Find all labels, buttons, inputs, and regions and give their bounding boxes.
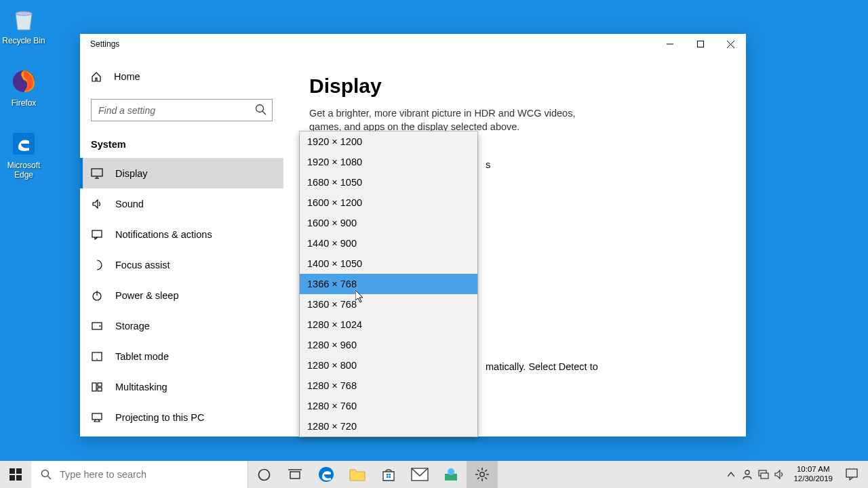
resolution-option[interactable]: 1440 × 900 [300,233,477,253]
tray-volume-icon[interactable] [772,461,788,488]
svg-rect-22 [92,413,102,420]
nav-focus-assist[interactable]: Focus assist [80,249,283,280]
tablet-icon [91,352,103,361]
page-description: Get a brighter, more vibrant picture in … [309,107,594,134]
svg-line-8 [262,111,266,115]
resolution-option[interactable]: 1600 × 1200 [300,192,477,213]
taskbar[interactable]: Type here to search 10:07 AM 12/30/2019 [0,461,868,488]
minimize-button[interactable] [654,34,685,54]
svg-line-46 [485,477,487,479]
resolution-dropdown[interactable]: 1920 × 12001920 × 10801680 × 10501600 × … [300,131,477,436]
taskbar-apps [248,461,498,488]
gear-icon [475,468,489,481]
nav-label: Tablet mode [115,351,169,362]
search-icon [41,469,52,480]
svg-rect-20 [98,383,102,386]
settings-search[interactable] [91,99,273,121]
nav-display[interactable]: Display [80,158,283,188]
action-center-button[interactable] [838,468,865,481]
home-icon [91,71,102,82]
nav-label: Storage [115,321,150,331]
tray-chevron-up-icon[interactable] [723,461,739,488]
svg-rect-23 [9,468,15,474]
svg-rect-12 [92,230,102,237]
system-tray[interactable]: 10:07 AM 12/30/2019 [720,461,868,488]
resolution-option[interactable]: 1600 × 900 [300,213,477,233]
svg-rect-21 [98,388,102,391]
resolution-option[interactable]: 1360 × 768 [300,294,477,314]
nav-notifications[interactable]: Notifications & actions [80,219,283,249]
resolution-option[interactable]: 1280 × 800 [300,355,477,375]
focus-assist-icon [91,260,103,270]
tray-people-icon[interactable] [739,461,755,488]
resolution-option[interactable]: 1400 × 1050 [300,253,477,274]
close-button[interactable] [715,34,746,54]
nav-label: Notifications & actions [115,229,212,240]
svg-rect-34 [389,474,391,476]
resolution-option[interactable]: 1280 × 768 [300,375,477,396]
nav-label: Projecting to this PC [115,412,204,423]
recycle-bin-icon [9,4,39,34]
desktop-icon-firefox[interactable]: Firefox [0,66,47,108]
taskbar-file-explorer[interactable] [342,461,373,488]
svg-point-29 [258,469,269,480]
taskbar-mail[interactable] [404,461,435,488]
nav-storage[interactable]: Storage [80,310,283,341]
taskbar-store[interactable] [373,461,404,488]
desktop-icon-label: Recycle Bin [0,36,47,45]
taskbar-search[interactable]: Type here to search [31,461,248,488]
nav-power-sleep[interactable]: Power & sleep [80,280,283,310]
resolution-option[interactable]: 1920 × 1080 [300,152,477,172]
clock-time: 10:07 AM [797,465,830,474]
desktop-icon-recycle-bin[interactable]: Recycle Bin [0,4,47,45]
nav-sound[interactable]: Sound [80,188,283,219]
nav-multitasking[interactable]: Multitasking [80,371,283,402]
nav-tablet-mode[interactable]: Tablet mode [80,341,283,371]
resolution-option[interactable]: 868 × 488 [300,416,477,436]
cortana-button[interactable] [248,461,279,488]
desktop-icon-edge[interactable]: Microsoft Edge [0,129,47,180]
nav-label: Power & sleep [115,290,179,301]
occluded-text: matically. Select Detect to [486,361,757,372]
nav-projecting[interactable]: Projecting to this PC [80,402,283,432]
resolution-option[interactable]: 1680 × 1050 [300,172,477,192]
svg-rect-30 [290,472,300,479]
taskbar-app[interactable] [435,461,467,488]
svg-rect-35 [387,476,389,479]
search-input[interactable] [91,99,273,121]
maximize-button[interactable] [685,34,715,54]
taskbar-settings[interactable] [467,461,498,488]
window-titlebar[interactable]: Settings [80,34,746,54]
svg-point-39 [448,468,454,475]
resolution-option[interactable]: 1920 × 1200 [300,131,477,152]
home-button[interactable]: Home [80,61,283,92]
display-icon [91,168,103,179]
settings-sidebar: Home System Display Sound Notifications … [80,54,283,436]
window-title: Settings [90,39,119,49]
resolution-option[interactable]: 1280 × 960 [300,335,477,355]
svg-rect-36 [389,476,391,479]
svg-rect-9 [92,169,102,176]
taskbar-clock[interactable]: 10:07 AM 12/30/2019 [788,465,838,484]
resolution-option[interactable]: 1280 × 760 [300,396,477,416]
clock-date: 12/30/2019 [793,474,833,484]
resolution-option[interactable]: 1366 × 768 [300,274,477,294]
tray-network-icon[interactable] [755,461,772,488]
svg-rect-4 [697,41,703,47]
task-view-button[interactable] [279,461,311,488]
start-button[interactable] [0,461,31,488]
sound-icon [91,199,103,209]
taskbar-edge[interactable] [311,461,342,488]
svg-rect-51 [761,473,768,479]
notifications-icon [91,229,103,240]
svg-point-49 [745,470,749,474]
svg-point-7 [256,105,264,113]
svg-point-16 [100,325,101,327]
svg-rect-19 [92,383,96,391]
svg-point-40 [480,472,484,476]
resolution-option[interactable]: 1280 × 1024 [300,314,477,335]
svg-line-28 [48,476,52,480]
search-icon [255,104,267,116]
desktop-icon-label: Firefox [0,98,47,108]
taskbar-search-placeholder: Type here to search [60,469,146,480]
